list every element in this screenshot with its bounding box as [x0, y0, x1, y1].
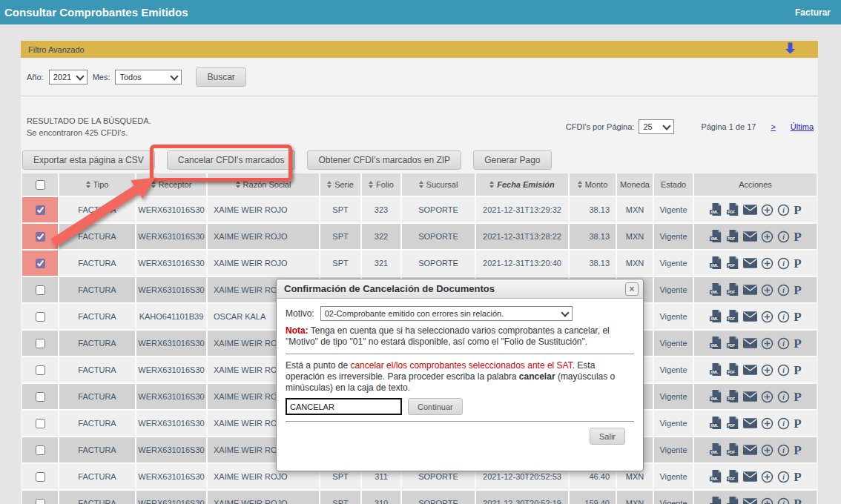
- p-icon[interactable]: P: [794, 204, 801, 216]
- info-circle-icon[interactable]: i: [777, 417, 790, 430]
- p-icon[interactable]: P: [794, 497, 801, 504]
- row-checkbox[interactable]: [36, 205, 45, 215]
- pdf-file-icon[interactable]: PDF: [726, 283, 739, 296]
- envelope-icon[interactable]: [743, 205, 757, 215]
- column-header-fecha-emisi-n[interactable]: Fecha Emisión: [476, 173, 568, 196]
- p-icon[interactable]: P: [794, 284, 801, 296]
- add-circle-icon[interactable]: [761, 284, 774, 296]
- envelope-icon[interactable]: [743, 365, 757, 375]
- motivo-select[interactable]: 02-Comprobante emitido con errores sin r…: [320, 306, 573, 321]
- envelope-icon[interactable]: [743, 498, 757, 504]
- xml-file-icon[interactable]: XML: [709, 390, 722, 403]
- next-page-link[interactable]: >: [771, 122, 775, 131]
- per-page-select[interactable]: 25: [639, 119, 674, 134]
- column-header-raz-n-social[interactable]: Razón Social: [208, 173, 319, 196]
- p-icon[interactable]: P: [794, 444, 801, 457]
- last-page-link[interactable]: Última: [791, 122, 814, 131]
- p-icon[interactable]: P: [794, 311, 801, 323]
- xml-file-icon[interactable]: XML: [709, 283, 722, 296]
- row-checkbox[interactable]: [36, 419, 45, 428]
- pdf-file-icon[interactable]: PDF: [726, 363, 739, 377]
- info-circle-icon[interactable]: i: [777, 337, 790, 350]
- cancel-marked-cfdi-button[interactable]: Cancelar CFDI's marcados: [167, 150, 296, 170]
- info-circle-icon[interactable]: i: [777, 257, 790, 270]
- info-circle-icon[interactable]: i: [777, 284, 790, 296]
- month-select[interactable]: Todos: [115, 70, 182, 84]
- pdf-file-icon[interactable]: PDF: [726, 443, 739, 457]
- pdf-file-icon[interactable]: PDF: [726, 470, 739, 483]
- column-header-receptor[interactable]: Receptor: [136, 173, 206, 196]
- row-checkbox[interactable]: [36, 499, 45, 504]
- envelope-icon[interactable]: [743, 418, 757, 428]
- info-circle-icon[interactable]: i: [777, 311, 790, 323]
- year-select[interactable]: 2021: [49, 70, 88, 84]
- generate-payment-button[interactable]: Generar Pago: [473, 150, 551, 170]
- pdf-file-icon[interactable]: PDF: [726, 417, 739, 430]
- p-icon[interactable]: P: [794, 257, 801, 270]
- envelope-icon[interactable]: [743, 258, 757, 268]
- envelope-icon[interactable]: [743, 231, 757, 242]
- add-circle-icon[interactable]: [761, 417, 774, 430]
- facturar-menu-link[interactable]: Facturar: [795, 7, 831, 18]
- buscar-button[interactable]: Buscar: [196, 67, 245, 87]
- p-icon[interactable]: P: [794, 364, 801, 377]
- cancel-confirm-input[interactable]: [286, 398, 402, 415]
- column-header-select-all[interactable]: [22, 173, 58, 196]
- zip-marked-cfdi-button[interactable]: Obtener CFDI's marcados en ZIP: [307, 150, 461, 170]
- xml-file-icon[interactable]: XML: [709, 256, 722, 270]
- envelope-icon[interactable]: [743, 338, 757, 348]
- info-circle-icon[interactable]: i: [777, 391, 790, 403]
- xml-file-icon[interactable]: XML: [709, 470, 722, 483]
- continuar-button[interactable]: Continuar: [408, 398, 463, 415]
- info-circle-icon[interactable]: i: [777, 231, 790, 243]
- xml-file-icon[interactable]: XML: [709, 497, 722, 504]
- p-icon[interactable]: P: [794, 391, 801, 403]
- salir-button[interactable]: Salir: [590, 428, 625, 445]
- advanced-filter-bar[interactable]: Filtro Avanzado: [21, 41, 818, 58]
- xml-file-icon[interactable]: XML: [709, 336, 722, 350]
- add-circle-icon[interactable]: [761, 204, 774, 216]
- pdf-file-icon[interactable]: PDF: [726, 497, 739, 504]
- xml-file-icon[interactable]: XML: [709, 310, 722, 323]
- expand-filter-arrow-icon[interactable]: [785, 42, 796, 57]
- info-circle-icon[interactable]: i: [777, 471, 790, 483]
- info-circle-icon[interactable]: i: [777, 204, 790, 216]
- xml-file-icon[interactable]: XML: [709, 203, 722, 216]
- pdf-file-icon[interactable]: PDF: [726, 203, 739, 216]
- p-icon[interactable]: P: [794, 471, 801, 483]
- pdf-file-icon[interactable]: PDF: [726, 310, 739, 323]
- pdf-file-icon[interactable]: PDF: [726, 336, 739, 350]
- xml-file-icon[interactable]: XML: [709, 230, 722, 243]
- pdf-file-icon[interactable]: PDF: [726, 230, 739, 243]
- column-header-serie[interactable]: Serie: [320, 173, 360, 196]
- row-checkbox[interactable]: [36, 259, 45, 268]
- pdf-file-icon[interactable]: PDF: [726, 390, 739, 403]
- add-circle-icon[interactable]: [761, 471, 774, 483]
- row-checkbox[interactable]: [36, 472, 45, 482]
- add-circle-icon[interactable]: [761, 311, 774, 323]
- row-checkbox[interactable]: [36, 392, 45, 402]
- envelope-icon[interactable]: [743, 311, 757, 322]
- column-header-sucursal[interactable]: Sucursal: [402, 173, 475, 196]
- add-circle-icon[interactable]: [761, 257, 774, 270]
- pdf-file-icon[interactable]: PDF: [726, 256, 739, 270]
- envelope-icon[interactable]: [743, 445, 757, 455]
- info-circle-icon[interactable]: i: [777, 364, 790, 377]
- row-checkbox[interactable]: [36, 232, 45, 242]
- p-icon[interactable]: P: [794, 337, 801, 350]
- envelope-icon[interactable]: [743, 391, 757, 402]
- envelope-icon[interactable]: [743, 285, 757, 295]
- envelope-icon[interactable]: [743, 471, 757, 482]
- modal-close-button[interactable]: ×: [625, 282, 639, 296]
- info-circle-icon[interactable]: i: [777, 444, 790, 457]
- add-circle-icon[interactable]: [761, 497, 774, 504]
- row-checkbox[interactable]: [36, 365, 45, 375]
- column-header-folio[interactable]: Folio: [362, 173, 400, 196]
- p-icon[interactable]: P: [794, 417, 801, 430]
- row-checkbox[interactable]: [36, 285, 45, 295]
- row-checkbox[interactable]: [36, 445, 45, 455]
- p-icon[interactable]: P: [794, 231, 801, 243]
- add-circle-icon[interactable]: [761, 337, 774, 350]
- column-header-monto[interactable]: Monto: [570, 173, 616, 196]
- add-circle-icon[interactable]: [761, 231, 774, 243]
